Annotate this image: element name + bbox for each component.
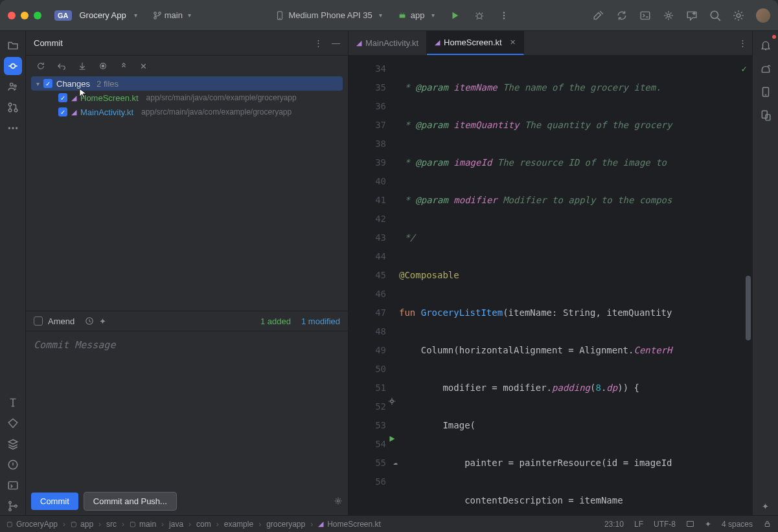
commit-tool-button[interactable] xyxy=(4,57,22,75)
device-mgr-button[interactable] xyxy=(639,10,651,21)
search-button[interactable] xyxy=(709,10,721,21)
text-tool-button[interactable] xyxy=(4,393,22,412)
expand-toggle[interactable]: ▾ xyxy=(36,80,40,87)
breadcrumb-item[interactable]: HomeScreen.kt xyxy=(327,520,381,529)
inspection-status-icon[interactable]: ✓ xyxy=(742,60,747,78)
options-button[interactable]: ⋮ xyxy=(314,38,323,48)
editor-gutter[interactable]: 3435363738394041424344454647484950515253… xyxy=(349,56,399,515)
breadcrumb-item[interactable]: groceryapp xyxy=(266,520,305,529)
terminal-button[interactable] xyxy=(4,476,22,494)
run-gutter-icon[interactable] xyxy=(387,434,398,443)
svg-point-14 xyxy=(10,83,13,86)
checkbox-file[interactable]: ✓ xyxy=(58,93,67,102)
build-variants-button[interactable] xyxy=(4,435,22,453)
ai-sparkle-button[interactable]: ✦ xyxy=(757,497,775,515)
breadcrumb-item[interactable]: GroceryApp xyxy=(16,520,58,529)
changes-tree[interactable]: ▾ ✓ Changes 2 files ✓ ◢ HomeScreen.kt ap… xyxy=(26,76,348,311)
pull-requests-button[interactable] xyxy=(4,98,22,116)
emulator-button[interactable] xyxy=(757,83,775,101)
breadcrumb-item[interactable]: java xyxy=(169,520,183,529)
device-file-button[interactable] xyxy=(757,106,775,124)
editor-scrollbar[interactable] xyxy=(746,276,751,340)
gradle-button[interactable] xyxy=(757,60,775,78)
svg-point-31 xyxy=(391,400,393,403)
git-icon xyxy=(7,500,19,512)
branch-selector[interactable]: main ▾ xyxy=(153,10,191,20)
commit-message-input[interactable] xyxy=(34,339,340,351)
close-icon[interactable]: ✕ xyxy=(140,61,147,71)
commit-options-button[interactable] xyxy=(334,496,343,505)
breadcrumb-item[interactable]: app xyxy=(80,520,93,529)
maximize-window[interactable] xyxy=(34,12,41,19)
checkbox-file[interactable]: ✓ xyxy=(58,107,67,116)
amend-row: Amend ✦ 1 added 1 modified xyxy=(26,311,348,331)
commit-toolbar: ✕ xyxy=(26,56,348,76)
encoding[interactable]: UTF-8 xyxy=(654,520,676,529)
commit-buttons: Commit Commit and Push... xyxy=(26,487,348,515)
editor-area: ◢ MainActivity.kt ◢ HomeScreen.kt ✕ ⋮ 34… xyxy=(349,31,752,515)
project-tool-button[interactable] xyxy=(4,36,22,54)
refresh-button[interactable] xyxy=(36,61,45,71)
file-row-homescreen[interactable]: ✓ ◢ HomeScreen.kt app/src/main/java/com/… xyxy=(31,91,343,105)
file-row-mainactivity[interactable]: ✓ ◢ MainActivity.kt app/src/main/java/co… xyxy=(31,105,343,119)
breadcrumb-item[interactable]: src xyxy=(106,520,117,529)
rollback-button[interactable] xyxy=(57,61,66,71)
right-toolwindow-rail: ✦ xyxy=(752,31,778,515)
build-button[interactable] xyxy=(593,10,604,21)
breadcrumb-item[interactable]: main xyxy=(139,520,156,529)
elephant-icon xyxy=(760,63,772,74)
settings-button[interactable] xyxy=(733,10,744,21)
line-ending[interactable]: LF xyxy=(634,520,643,529)
tab-options-button[interactable]: ⋮ xyxy=(738,38,747,48)
ai-suggest-button[interactable]: ✦ xyxy=(99,316,106,326)
run-button[interactable] xyxy=(450,11,459,20)
cloud-gutter-icon[interactable]: ☁ xyxy=(387,453,398,472)
code-editor[interactable]: * @param itemName The name of the grocer… xyxy=(399,56,752,515)
cursor-position[interactable]: 23:10 xyxy=(604,520,624,529)
svg-point-1 xyxy=(154,16,157,19)
breadcrumb-item[interactable]: example xyxy=(224,520,253,529)
file-path: app/src/main/java/com/example/groceryapp xyxy=(141,107,292,116)
project-selector[interactable]: Grocery App xyxy=(80,10,126,20)
preview-gutter-icon[interactable] xyxy=(387,397,398,406)
commit-push-button[interactable]: Commit and Push... xyxy=(84,492,177,511)
resource-mgr-button[interactable] xyxy=(4,414,22,432)
group-button[interactable] xyxy=(119,61,128,71)
svg-rect-36 xyxy=(687,521,694,526)
user-avatar[interactable] xyxy=(756,8,770,23)
close-window[interactable] xyxy=(8,12,16,19)
structure-tool-button[interactable] xyxy=(4,78,22,96)
commit-button[interactable]: Commit xyxy=(31,493,78,510)
changes-root-row[interactable]: ▾ ✓ Changes 2 files xyxy=(31,76,343,91)
minimize-window[interactable] xyxy=(21,12,29,19)
tab-mainactivity[interactable]: ◢ MainActivity.kt xyxy=(349,31,427,55)
indent-setting[interactable]: 4 spaces xyxy=(722,520,753,529)
tab-homescreen[interactable]: ◢ HomeScreen.kt ✕ xyxy=(427,31,524,55)
profiler-button[interactable] xyxy=(663,10,674,21)
more-actions[interactable] xyxy=(499,11,509,20)
checkbox-all[interactable]: ✓ xyxy=(43,79,52,88)
device-selector[interactable]: Medium Phone API 35 ▾ xyxy=(275,10,382,20)
readonly-toggle[interactable] xyxy=(686,520,694,528)
minimize-panel-button[interactable]: — xyxy=(332,38,340,48)
breadcrumb-item[interactable]: com xyxy=(196,520,211,529)
sync-button[interactable] xyxy=(616,10,628,21)
run-config-selector[interactable]: app ▾ xyxy=(398,10,435,20)
ai-assistant-button[interactable] xyxy=(686,10,698,21)
ai-status-icon[interactable]: ✦ xyxy=(705,520,711,529)
problems-button[interactable] xyxy=(4,456,22,474)
mouse-cursor xyxy=(79,88,88,100)
version-control-button[interactable] xyxy=(4,497,22,515)
svg-point-25 xyxy=(8,509,10,511)
more-tools-button[interactable] xyxy=(4,119,22,137)
changelist-button[interactable] xyxy=(98,61,108,71)
svg-point-13 xyxy=(10,64,15,69)
diff-button[interactable] xyxy=(78,61,87,71)
history-button[interactable] xyxy=(85,316,94,326)
close-tab-icon[interactable]: ✕ xyxy=(510,38,516,47)
editor-tabs: ◢ MainActivity.kt ◢ HomeScreen.kt ✕ ⋮ xyxy=(349,31,752,56)
notifications-button[interactable] xyxy=(757,36,775,54)
lock-icon[interactable] xyxy=(763,520,772,528)
amend-checkbox[interactable] xyxy=(34,316,43,326)
debug-button[interactable] xyxy=(475,11,484,20)
